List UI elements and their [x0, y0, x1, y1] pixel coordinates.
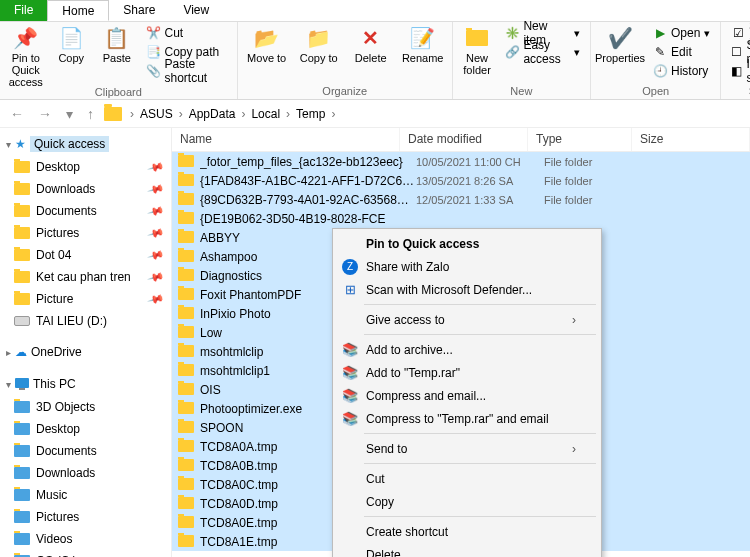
recent-dropdown[interactable]: ▾	[62, 106, 77, 122]
sidebar-item[interactable]: Documents	[0, 440, 171, 462]
onedrive-header[interactable]: ▸☁OneDrive	[0, 340, 171, 364]
edit-button[interactable]: ✎Edit	[649, 43, 714, 61]
group-title: New	[459, 83, 584, 99]
sidebar-item[interactable]: Downloads	[0, 462, 171, 484]
sidebar-item[interactable]: Videos	[0, 528, 171, 550]
cloud-icon: ☁	[15, 345, 27, 359]
tab-home[interactable]: Home	[47, 0, 109, 21]
sidebar-item[interactable]: OS (C:)	[0, 550, 171, 557]
ctx-delete[interactable]: Delete	[336, 543, 598, 557]
column-name[interactable]: Name	[172, 128, 400, 151]
copy-to-button[interactable]: 📁Copy to	[296, 24, 342, 64]
ctx-send-to[interactable]: Send to›	[336, 437, 598, 460]
invert-selection-icon: ◧	[731, 64, 742, 78]
folder-icon	[14, 400, 30, 414]
cut-button[interactable]: ✂️Cut	[143, 24, 231, 42]
tab-view[interactable]: View	[169, 0, 223, 21]
sidebar-item[interactable]: Desktop📌	[0, 156, 171, 178]
sidebar-item[interactable]: 3D Objects	[0, 396, 171, 418]
folder-icon	[178, 174, 194, 188]
chevron-right-icon: ›	[572, 442, 576, 456]
this-pc-header[interactable]: ▾This PC	[0, 372, 171, 396]
sidebar-item[interactable]: Ket cau phan tren📌	[0, 266, 171, 288]
folder-icon	[178, 383, 194, 397]
pin-icon: 📌	[147, 290, 166, 308]
ctx-cut[interactable]: Cut	[336, 467, 598, 490]
ctx-copy[interactable]: Copy	[336, 490, 598, 513]
folder-icon	[178, 288, 194, 302]
column-size[interactable]: Size	[632, 128, 750, 151]
ctx-create-shortcut[interactable]: Create shortcut	[336, 520, 598, 543]
ctx-compress-rar-email[interactable]: 📚Compress to "Temp.rar" and email	[336, 407, 598, 430]
column-date[interactable]: Date modified	[400, 128, 528, 151]
select-none-icon: ☐	[731, 45, 742, 59]
sidebar-item[interactable]: TAI LIEU (D:)	[0, 310, 171, 332]
winrar-icon: 📚	[342, 388, 358, 404]
column-type[interactable]: Type	[528, 128, 632, 151]
pin-quick-access-button[interactable]: 📌Pin to Quick access	[6, 24, 46, 88]
ctx-scan-defender[interactable]: ⊞Scan with Microsoft Defender...	[336, 278, 598, 301]
ctx-give-access[interactable]: Give access to›	[336, 308, 598, 331]
folder-icon	[14, 488, 30, 502]
rename-button[interactable]: 📝Rename	[400, 24, 446, 64]
folder-icon	[178, 193, 194, 207]
breadcrumb-item[interactable]: Temp	[292, 105, 329, 123]
copy-to-icon: 📁	[307, 26, 331, 50]
open-button[interactable]: ▶Open ▾	[649, 24, 714, 42]
group-title: Clipboard	[6, 84, 231, 100]
folder-icon	[14, 160, 30, 174]
ctx-compress-email[interactable]: 📚Compress and email...	[336, 384, 598, 407]
quick-access-header[interactable]: ▾★Quick access	[0, 132, 171, 156]
folder-icon	[178, 497, 194, 511]
folder-icon	[14, 248, 30, 262]
file-row[interactable]: _fotor_temp_files_{ac132e-bb123eec}10/05…	[172, 152, 750, 171]
history-button[interactable]: 🕘History	[649, 62, 714, 80]
folder-icon	[178, 155, 194, 169]
file-row[interactable]: {89CD632B-7793-4A01-92AC-63568C12C...12/…	[172, 190, 750, 209]
paste-icon: 📋	[105, 26, 129, 50]
group-title: Select	[727, 83, 750, 99]
edit-icon: ✎	[653, 45, 667, 59]
tab-share[interactable]: Share	[109, 0, 169, 21]
file-row[interactable]: {1FAD843F-A1BC-4221-AFF1-D72C6AA5...13/0…	[172, 171, 750, 190]
sidebar-item[interactable]: Documents📌	[0, 200, 171, 222]
group-title: Organize	[244, 83, 446, 99]
new-folder-button[interactable]: New folder	[459, 24, 496, 76]
properties-icon: ✔️	[608, 26, 632, 50]
rename-icon: 📝	[411, 26, 435, 50]
sidebar-item[interactable]: Picture📌	[0, 288, 171, 310]
sidebar-item[interactable]: Desktop	[0, 418, 171, 440]
back-button[interactable]: ←	[6, 106, 28, 122]
sidebar-item[interactable]: Downloads📌	[0, 178, 171, 200]
ctx-add-temp-rar[interactable]: 📚Add to "Temp.rar"	[336, 361, 598, 384]
folder-icon	[178, 326, 194, 340]
breadcrumb-item[interactable]: Local	[247, 105, 284, 123]
ctx-pin-quick-access[interactable]: Pin to Quick access	[336, 232, 598, 255]
file-row[interactable]: {DE19B062-3D50-4B19-8028-FCE	[172, 209, 750, 228]
forward-button[interactable]: →	[34, 106, 56, 122]
delete-icon: ✕	[359, 26, 383, 50]
ctx-share-zalo[interactable]: ZShare with Zalo	[336, 255, 598, 278]
winrar-icon: 📚	[342, 411, 358, 427]
new-item-icon: ✳️	[505, 26, 519, 40]
delete-button[interactable]: ✕Delete	[348, 24, 394, 64]
paste-shortcut-button[interactable]: 📎Paste shortcut	[143, 62, 231, 80]
ctx-add-archive[interactable]: 📚Add to archive...	[336, 338, 598, 361]
sidebar-item[interactable]: Dot 04📌	[0, 244, 171, 266]
breadcrumb-item[interactable]: AppData	[185, 105, 240, 123]
move-to-button[interactable]: 📂Move to	[244, 24, 290, 64]
copy-button[interactable]: 📄Copy	[52, 24, 92, 64]
sidebar-item[interactable]: Pictures	[0, 506, 171, 528]
breadcrumb: ›ASUS ›AppData ›Local ›Temp ›	[130, 105, 335, 123]
paste-button[interactable]: 📋Paste	[97, 24, 137, 64]
properties-button[interactable]: ✔️Properties	[597, 24, 643, 64]
tab-file[interactable]: File	[0, 0, 47, 21]
sidebar-item[interactable]: Music	[0, 484, 171, 506]
easy-access-button[interactable]: 🔗Easy access ▾	[501, 43, 584, 61]
breadcrumb-item[interactable]: ASUS	[136, 105, 177, 123]
drive-icon	[14, 314, 30, 328]
up-button[interactable]: ↑	[83, 106, 98, 122]
invert-selection-button[interactable]: ◧Invert selection	[727, 62, 750, 80]
folder-icon	[14, 292, 30, 306]
sidebar-item[interactable]: Pictures📌	[0, 222, 171, 244]
